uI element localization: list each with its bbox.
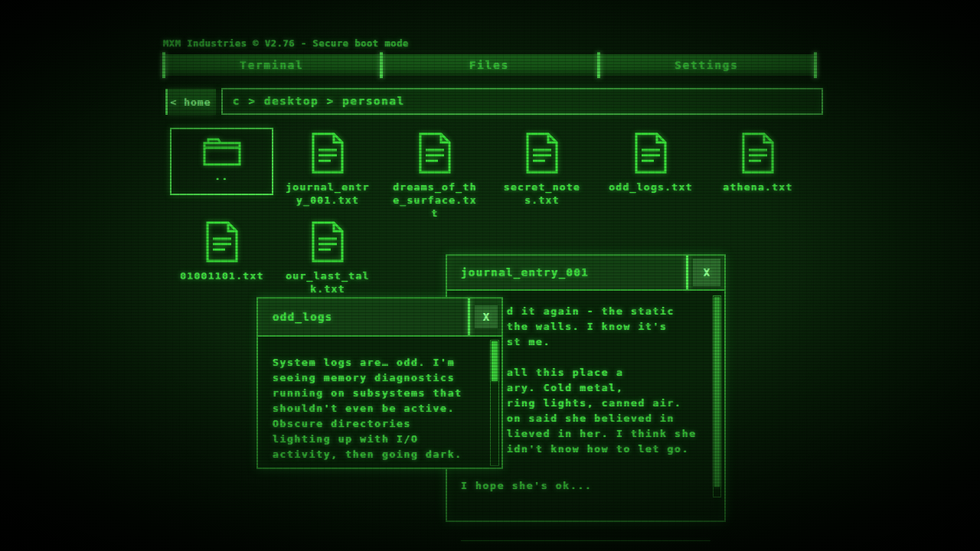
window-odd-logs: odd_logs X System logs are… odd. I'm see…	[256, 297, 503, 469]
document-icon	[741, 132, 775, 174]
tab-separator	[380, 52, 383, 78]
file-item-journal-entry[interactable]: journal_entry_001.txt	[276, 129, 380, 207]
document-icon	[634, 132, 668, 174]
file-item-our-last-talk[interactable]: our_last_talk.txt	[276, 217, 380, 295]
document-icon	[525, 132, 559, 174]
tab-separator	[162, 52, 165, 78]
document-icon	[311, 132, 345, 174]
file-item-secret-notes[interactable]: secret_notes.txt	[490, 129, 594, 207]
scrollbar-track[interactable]	[713, 295, 721, 497]
tab-files-label: Files	[469, 59, 509, 71]
text-line: shouldn't even be active.	[273, 401, 482, 416]
file-label: odd_logs.txt	[608, 181, 694, 194]
breadcrumb[interactable]: c > desktop > personal	[221, 88, 823, 115]
home-button[interactable]: < home	[165, 89, 216, 115]
close-button[interactable]: X	[475, 305, 498, 328]
document-icon	[311, 220, 345, 263]
file-item-01001101[interactable]: 01001101.txt	[170, 217, 274, 282]
titlebar-separator	[686, 256, 688, 289]
tab-bar: Terminal Files Settings	[163, 54, 815, 76]
tab-terminal[interactable]: Terminal	[163, 54, 381, 76]
divider	[461, 540, 710, 541]
tab-separator	[814, 52, 817, 78]
text-line: st me.	[507, 334, 701, 350]
file-item-dreams-of-the-surface[interactable]: dreams_of_the_surface.txt	[383, 129, 487, 220]
text-line: idn't know how to let go.	[507, 442, 701, 457]
close-button[interactable]: X	[693, 259, 720, 286]
crt-screen: MXM Industries © V2.76 - Secure boot mod…	[0, 0, 980, 551]
file-label: ..	[179, 170, 265, 183]
file-label: journal_entry_001.txt	[285, 181, 371, 207]
scrollbar-track[interactable]	[490, 340, 499, 466]
text-line: activity, then going dark.	[273, 447, 482, 462]
text-line: all this place a	[507, 365, 701, 380]
file-label: our_last_talk.txt	[285, 269, 371, 295]
file-item-athena[interactable]: athena.txt	[706, 129, 810, 194]
text-line: d it again - the static	[507, 304, 701, 319]
text-line: ary. Cold metal,	[507, 380, 701, 396]
file-label: secret_notes.txt	[499, 181, 585, 207]
text-line: running on subsystems that	[273, 386, 482, 401]
tab-terminal-label: Terminal	[240, 59, 303, 71]
tab-separator	[597, 52, 600, 78]
file-label: dreams_of_the_surface.txt	[392, 181, 478, 220]
tab-settings-label: Settings	[675, 59, 738, 71]
tab-files[interactable]: Files	[381, 54, 598, 76]
file-label: athena.txt	[715, 181, 801, 194]
text-line: the walls. I know it's	[507, 319, 701, 334]
text-line: lieved in her. I think she	[507, 426, 701, 442]
text-line: seeing memory diagnostics	[273, 370, 482, 386]
file-label: 01001101.txt	[179, 269, 265, 282]
text-line: ring lights, canned air.	[507, 396, 701, 411]
window-titlebar[interactable]: odd_logs X	[258, 298, 501, 337]
window-title: journal_entry_001	[461, 266, 686, 279]
file-item-odd-logs[interactable]: odd_logs.txt	[599, 129, 703, 194]
document-icon	[205, 220, 239, 263]
window-title: odd_logs	[273, 311, 468, 323]
text-line: Obscure directories	[273, 416, 482, 432]
titlebar-separator	[468, 298, 470, 335]
text-line: System logs are… odd. I'm	[273, 355, 482, 370]
file-item-parent-dir[interactable]: ..	[170, 128, 273, 195]
text-line: on said she believed in	[507, 411, 701, 426]
text-line: lighting up with I/O	[273, 432, 482, 447]
document-icon	[418, 132, 452, 174]
odd-logs-text: System logs are… odd. I'm seeing memory …	[258, 337, 501, 462]
tab-settings[interactable]: Settings	[598, 54, 815, 76]
folder-icon	[202, 136, 242, 167]
boot-title: MXM Industries © V2.76 - Secure boot mod…	[163, 38, 409, 49]
scrollbar-thumb[interactable]	[492, 341, 498, 381]
window-body: System logs are… odd. I'm seeing memory …	[258, 337, 501, 506]
window-titlebar[interactable]: journal_entry_001 X	[447, 256, 724, 291]
scrollbar-thumb[interactable]	[714, 297, 720, 487]
